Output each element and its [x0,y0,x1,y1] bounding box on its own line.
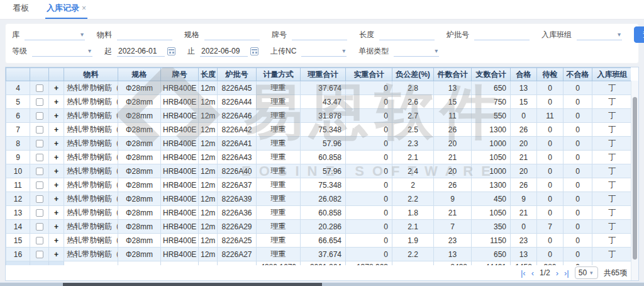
row-checkbox[interactable] [36,209,43,217]
row-checkbox[interactable] [36,195,43,203]
row-select-cell[interactable] [30,123,49,137]
row-select-cell[interactable] [30,151,49,164]
tab-inbound-records[interactable]: 入库记录× [45,0,87,19]
row-select-cell[interactable] [30,220,49,234]
cell-tolerance-pct: 2 [392,178,434,192]
table-row[interactable]: 4+热轧带肋钢筋（抗震）Φ28mmHRB400E12m8226A45理重37.6… [6,81,631,95]
expand-cell[interactable]: + [49,95,64,109]
row-checkbox[interactable] [36,84,43,92]
table-row[interactable]: 15+热轧带肋钢筋（抗震）Φ28mmHRB400E12m8226A25理重66.… [6,234,631,248]
warehouse-select[interactable]: ▾ [25,29,85,40]
length-input[interactable] [379,29,435,40]
doc-type-select[interactable]: ▾ [394,45,439,57]
row-checkbox[interactable] [36,181,43,189]
expand-cell[interactable]: + [49,178,64,192]
cell-pending-inspection: 0 [537,151,564,164]
first-page-icon[interactable]: |‹ [521,269,526,277]
table-row[interactable]: 8+热轧带肋钢筋（抗震）Φ28mmHRB400E12m8226A41理重57.9… [6,137,631,151]
tab-close-icon[interactable]: × [82,4,86,13]
row-select-cell[interactable] [30,164,49,178]
date-from-input[interactable] [117,45,165,57]
row-checkbox[interactable] [36,237,43,244]
row-select-cell[interactable] [30,192,49,206]
cell-tolerance-pct: 2.6 [392,95,434,109]
expand-icon: + [54,125,58,134]
cell-unqualified: 0 [564,137,592,151]
cell-material: 热轧带肋钢筋（抗震） [64,220,118,234]
row-select-cell[interactable] [30,81,49,95]
calendar-icon[interactable] [250,47,258,55]
expand-cell[interactable]: + [49,151,64,164]
table-row[interactable]: 9+热轧带肋钢筋（抗震）Φ28mmHRB400E12m8226A43理重60.8… [6,151,631,164]
grade-select[interactable]: ▾ [32,45,92,57]
cell-qualified: 21 [511,151,537,164]
row-select-cell[interactable] [30,109,49,123]
expand-cell[interactable]: + [49,234,64,248]
expand-cell[interactable]: + [49,137,64,151]
inbound-team-select[interactable]: ▾ [577,29,622,40]
cell-actual-weight-total: 0 [346,248,392,261]
filter-label: 起 [104,46,112,57]
table-row[interactable]: 13+热轧带肋钢筋（抗震）Φ28mmHRB400E12m8226A36理重60.… [6,206,631,220]
heat-no-input[interactable] [474,29,530,40]
cell-inbound-team: 丁 [592,178,631,192]
vertical-scrollbar[interactable] [631,81,638,280]
expand-icon: + [54,209,58,217]
expand-cell[interactable]: + [49,81,64,95]
cell-unqualified: 0 [564,164,592,178]
cell-measure-method: 理重 [257,123,301,137]
tab-dashboard[interactable]: 看板 [11,0,30,19]
row-checkbox[interactable] [36,98,43,106]
row-checkbox[interactable] [36,223,43,231]
expand-cell[interactable]: + [49,220,64,234]
expand-icon: + [54,222,58,231]
table-row[interactable]: 14+热轧带肋钢筋（抗震）Φ28mmHRB400E12m8226A29理重20.… [6,220,631,234]
horizontal-scrollbar-thumb[interactable] [63,283,322,286]
table-row[interactable]: 10+热轧带肋钢筋（抗震）Φ28mmHRB400E12m8226A40理重57.… [6,164,631,178]
table-row[interactable]: 12+热轧带肋钢筋（抗震）Φ28mmHRB400E12m8226A39理重26.… [6,192,631,206]
row-checkbox[interactable] [36,112,43,120]
row-checkbox[interactable] [36,251,43,258]
row-select-cell[interactable] [30,248,49,261]
row-select-cell[interactable] [30,234,49,248]
chevron-down-icon: ▾ [88,48,92,54]
row-select-cell[interactable] [30,95,49,109]
expand-cell[interactable]: + [49,248,64,261]
spec-input[interactable] [204,29,260,40]
last-page-icon[interactable]: ›| [564,269,569,277]
material-input[interactable] [117,29,172,40]
row-checkbox[interactable] [36,126,43,134]
cell-theoretical-weight-total: 75.348 [301,178,346,192]
page-size-select[interactable]: 50 ▾ [575,266,598,279]
brand-input[interactable] [292,29,347,40]
table-row[interactable]: 16+热轧带肋钢筋（抗震）Φ28mmHRB400E12m8226A27理重37.… [6,248,631,261]
expand-cell[interactable]: + [49,123,64,137]
cell-material: 热轧带肋钢筋（抗震） [64,164,118,178]
row-checkbox[interactable] [36,168,43,175]
cell-pending-inspection: 0 [537,137,564,151]
table-row[interactable]: 5+热轧带肋钢筋（抗震）Φ28mmHRB400E12m8226A44理重43.4… [6,95,631,109]
expand-cell[interactable]: + [49,206,64,220]
row-select-cell[interactable] [30,178,49,192]
query-button[interactable]: 查 询 [634,26,644,43]
expand-cell[interactable]: + [49,109,64,123]
cell-brand: HRB400E [161,81,199,95]
row-select-cell[interactable] [30,137,49,151]
cell-theoretical-weight-total: 20.286 [301,220,346,234]
expand-cell[interactable]: + [49,192,64,206]
table-row[interactable]: 11+热轧带肋钢筋（抗震）Φ28mmHRB400E12m8226A37理重75.… [6,178,631,192]
cell-spec: Φ28mm [118,109,161,123]
horizontal-scrollbar[interactable] [0,282,644,286]
calendar-icon[interactable] [167,47,175,55]
next-page-icon[interactable]: › [556,269,558,277]
row-select-cell[interactable] [30,206,49,220]
expand-cell[interactable]: + [49,164,64,178]
upload-nc-select[interactable]: ▾ [301,45,347,57]
prev-page-icon[interactable]: ‹ [531,269,534,277]
vertical-scrollbar-thumb[interactable] [633,97,637,260]
table-row[interactable]: 7+热轧带肋钢筋（抗震）Φ28mmHRB400E12m8226A42理重75.3… [6,123,631,137]
row-checkbox[interactable] [36,140,43,147]
date-to-input[interactable] [200,45,248,57]
table-row[interactable]: 6+热轧带肋钢筋（抗震）Φ28mmHRB400E12m8226A46理重31.8… [6,109,631,123]
row-checkbox[interactable] [36,154,43,161]
